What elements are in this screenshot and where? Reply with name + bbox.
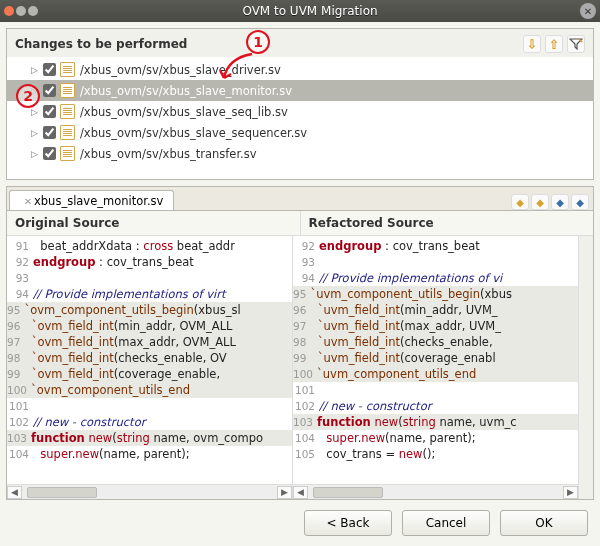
close-button[interactable]: ✕ xyxy=(580,3,596,19)
expand-icon[interactable]: ▷ xyxy=(31,128,41,138)
code-line: 92endgroup : cov_trans_beat xyxy=(7,254,292,270)
file-path: /xbus_ovm/sv/xbus_slave_sequencer.sv xyxy=(80,126,307,140)
refactored-source-pane[interactable]: 92endgroup : cov_trans_beat9394// Provid… xyxy=(293,236,578,499)
traffic-light-min-icon xyxy=(16,6,26,16)
line-number: 104 xyxy=(7,446,33,462)
original-source-pane[interactable]: 91 beat_addrXdata : cross beat_addr92end… xyxy=(7,236,293,499)
line-number: 93 xyxy=(293,254,319,270)
include-checkbox[interactable] xyxy=(43,147,56,160)
expand-down-button[interactable]: ⇩ xyxy=(523,35,541,53)
tab-file[interactable]: ✕ xbus_slave_monitor.sv xyxy=(9,190,174,211)
line-number: 101 xyxy=(293,382,319,398)
code-line: 104 super.new(name, parent); xyxy=(293,430,578,446)
code-line: 105 cov_trans = new(); xyxy=(293,446,578,462)
hscroll-left[interactable]: ◀ ▶ xyxy=(7,484,292,499)
code-line: 103function new(string name, ovm_compo xyxy=(7,430,292,446)
line-number: 103 xyxy=(293,416,317,428)
include-checkbox[interactable] xyxy=(43,84,56,97)
refactored-header: Refactored Source xyxy=(301,211,594,236)
prev-change-button[interactable]: ◆ xyxy=(571,194,589,210)
file-icon xyxy=(60,146,75,161)
line-number: 95 xyxy=(293,288,310,300)
code-line: 91 beat_addrXdata : cross beat_addr xyxy=(7,238,292,254)
line-number: 105 xyxy=(293,446,319,462)
line-number: 94 xyxy=(7,286,33,302)
file-path: /xbus_ovm/sv/xbus_slave_seq_lib.sv xyxy=(80,105,288,119)
expand-icon[interactable]: ▷ xyxy=(31,107,41,117)
scroll-left-icon[interactable]: ◀ xyxy=(293,486,308,499)
file-icon xyxy=(60,62,75,77)
traffic-light-max-icon xyxy=(28,6,38,16)
tree-row[interactable]: ▷/xbus_ovm/sv/xbus_slave_monitor.sv xyxy=(7,80,593,101)
tab-label: xbus_slave_monitor.sv xyxy=(34,194,163,208)
changes-tree[interactable]: ▷/xbus_ovm/sv/xbus_slave_driver.sv▷/xbus… xyxy=(7,57,593,179)
vscroll[interactable] xyxy=(578,236,593,499)
code-line: 102// new - constructor xyxy=(7,414,292,430)
tree-row[interactable]: ▷/xbus_ovm/sv/xbus_slave_sequencer.sv xyxy=(7,122,593,143)
include-checkbox[interactable] xyxy=(43,63,56,76)
line-number: 96 xyxy=(7,320,24,332)
line-number: 95 xyxy=(7,304,24,316)
hscroll-right[interactable]: ◀ ▶ xyxy=(293,484,578,499)
file-icon xyxy=(60,125,75,140)
line-number: 94 xyxy=(293,270,319,286)
ok-button[interactable]: OK xyxy=(500,510,588,536)
scroll-left-icon[interactable]: ◀ xyxy=(7,486,22,499)
next-diff-button[interactable]: ◆ xyxy=(511,194,529,210)
code-line: 103function new(string name, uvm_c xyxy=(293,414,578,430)
filter-button[interactable] xyxy=(567,35,585,53)
file-path: /xbus_ovm/sv/xbus_slave_monitor.sv xyxy=(80,84,292,98)
callout-1: 1 xyxy=(246,30,270,54)
code-line: 93 xyxy=(293,254,578,270)
include-checkbox[interactable] xyxy=(43,126,56,139)
tree-row[interactable]: ▷/xbus_ovm/sv/xbus_slave_seq_lib.sv xyxy=(7,101,593,122)
cancel-button[interactable]: Cancel xyxy=(402,510,490,536)
code-line: 96 `ovm_field_int(min_addr, OVM_ALL xyxy=(7,318,292,334)
scroll-right-icon[interactable]: ▶ xyxy=(277,486,292,499)
code-line: 96 `uvm_field_int(min_addr, UVM_ xyxy=(293,302,578,318)
line-number: 104 xyxy=(293,430,319,446)
code-line: 95`ovm_component_utils_begin(xbus_sl xyxy=(7,302,292,318)
traffic-light-close-icon[interactable] xyxy=(4,6,14,16)
code-line: 104 super.new(name, parent); xyxy=(7,446,292,462)
line-number: 101 xyxy=(7,398,33,414)
line-number: 103 xyxy=(7,432,31,444)
line-number: 97 xyxy=(293,320,310,332)
tree-row[interactable]: ▷/xbus_ovm/sv/xbus_transfer.sv xyxy=(7,143,593,164)
expand-icon[interactable]: ▷ xyxy=(31,149,41,159)
line-number: 92 xyxy=(293,238,319,254)
file-icon xyxy=(60,83,75,98)
diff-viewer: Original Source Refactored Source 91 bea… xyxy=(6,210,594,500)
line-number: 99 xyxy=(293,352,310,364)
code-line: 97 `ovm_field_int(max_addr, OVM_ALL xyxy=(7,334,292,350)
code-line: 99 `uvm_field_int(coverage_enabl xyxy=(293,350,578,366)
code-line: 94// Provide implementations of vi xyxy=(293,270,578,286)
code-line: 95`uvm_component_utils_begin(xbus xyxy=(293,286,578,302)
expand-icon[interactable]: ▷ xyxy=(31,65,41,75)
file-icon xyxy=(60,104,75,119)
scroll-right-icon[interactable]: ▶ xyxy=(563,486,578,499)
code-line: 98 `ovm_field_int(checks_enable, OV xyxy=(7,350,292,366)
titlebar: OVM to UVM Migration ✕ xyxy=(0,0,600,22)
code-line: 102// new - constructor xyxy=(293,398,578,414)
line-number: 91 xyxy=(7,238,33,254)
close-tab-icon[interactable]: ✕ xyxy=(22,195,34,207)
prev-diff-button[interactable]: ◆ xyxy=(531,194,549,210)
include-checkbox[interactable] xyxy=(43,105,56,118)
code-line: 94// Provide implementations of virt xyxy=(7,286,292,302)
line-number: 98 xyxy=(7,352,24,364)
code-line: 92endgroup : cov_trans_beat xyxy=(293,238,578,254)
line-number: 97 xyxy=(7,336,24,348)
code-line: 99 `ovm_field_int(coverage_enable, xyxy=(7,366,292,382)
line-number: 102 xyxy=(7,414,33,430)
line-number: 93 xyxy=(7,270,33,286)
expand-up-button[interactable]: ⇧ xyxy=(545,35,563,53)
tree-row[interactable]: ▷/xbus_ovm/sv/xbus_slave_driver.sv xyxy=(7,59,593,80)
code-line: 97 `uvm_field_int(max_addr, UVM_ xyxy=(293,318,578,334)
next-change-button[interactable]: ◆ xyxy=(551,194,569,210)
file-path: /xbus_ovm/sv/xbus_transfer.sv xyxy=(80,147,257,161)
back-button[interactable]: < Back xyxy=(304,510,392,536)
original-header: Original Source xyxy=(7,211,301,236)
changes-panel: Changes to be performed ⇩ ⇧ ▷/xbus_ovm/s… xyxy=(6,28,594,180)
code-line: 101 xyxy=(293,382,578,398)
